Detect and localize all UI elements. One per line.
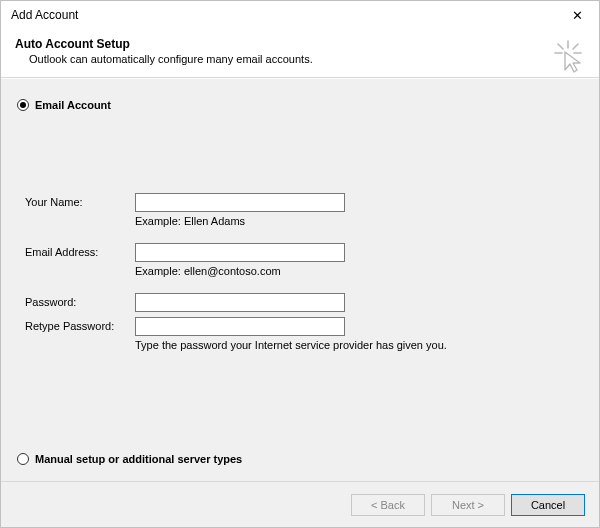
close-icon: ✕ [572, 9, 583, 22]
retype-password-input[interactable] [135, 317, 345, 336]
row-password: Password: [25, 291, 583, 313]
body-area: Email Account Your Name: Example: Ellen … [1, 78, 599, 481]
your-name-example: Example: Ellen Adams [135, 215, 583, 227]
header-title: Auto Account Setup [15, 37, 585, 51]
retype-password-label: Retype Password: [25, 320, 135, 332]
footer-bar: < Back Next > Cancel [1, 481, 599, 527]
email-address-example-row: Example: ellen@contoso.com [25, 265, 583, 281]
row-retype-password: Retype Password: [25, 315, 583, 337]
header-band: Auto Account Setup Outlook can automatic… [1, 29, 599, 78]
email-address-input[interactable] [135, 243, 345, 262]
your-name-label: Your Name: [25, 196, 135, 208]
radio-email-account[interactable]: Email Account [17, 99, 583, 111]
radio-manual-setup[interactable]: Manual setup or additional server types [17, 453, 242, 465]
title-bar: Add Account ✕ [1, 1, 599, 29]
close-button[interactable]: ✕ [555, 1, 599, 29]
header-subtitle: Outlook can automatically configure many… [15, 53, 585, 65]
email-account-label: Email Account [35, 99, 111, 111]
password-hint-row: Type the password your Internet service … [25, 339, 583, 355]
window-title: Add Account [11, 8, 78, 22]
next-button[interactable]: Next > [431, 494, 505, 516]
your-name-example-row: Example: Ellen Adams [25, 215, 583, 231]
row-email-address: Email Address: [25, 241, 583, 263]
password-hint: Type the password your Internet service … [135, 339, 583, 351]
your-name-input[interactable] [135, 193, 345, 212]
cancel-button[interactable]: Cancel [511, 494, 585, 516]
row-your-name: Your Name: [25, 191, 583, 213]
cursor-click-icon [551, 39, 585, 73]
email-address-example: Example: ellen@contoso.com [135, 265, 583, 277]
manual-setup-label: Manual setup or additional server types [35, 453, 242, 465]
password-input[interactable] [135, 293, 345, 312]
svg-line-4 [573, 44, 578, 49]
email-address-label: Email Address: [25, 246, 135, 258]
svg-line-3 [558, 44, 563, 49]
radio-dot-icon [17, 453, 29, 465]
radio-dot-icon [17, 99, 29, 111]
form-block: Your Name: Example: Ellen Adams Email Ad… [25, 191, 583, 355]
back-button: < Back [351, 494, 425, 516]
password-label: Password: [25, 296, 135, 308]
add-account-dialog: Add Account ✕ Auto Account Setup Outlook… [0, 0, 600, 528]
